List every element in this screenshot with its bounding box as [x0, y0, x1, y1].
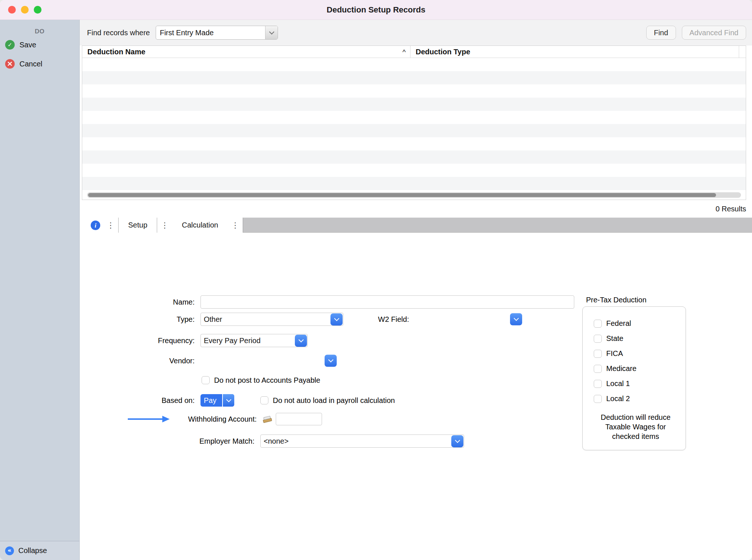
- checkbox-local-1[interactable]: [594, 380, 602, 388]
- cancel-label: Cancel: [19, 60, 42, 68]
- horizontal-scrollbar-thumb[interactable]: [88, 193, 716, 197]
- find-field-selector[interactable]: First Entry Made: [156, 26, 278, 40]
- tab-setup-label: Setup: [128, 221, 147, 229]
- based-on-select[interactable]: Pay: [200, 394, 234, 407]
- based-on-dropdown-button[interactable]: [222, 394, 234, 407]
- checkbox-federal[interactable]: [594, 320, 602, 328]
- withholding-account-label: Withholding Account:: [80, 415, 257, 423]
- save-label: Save: [19, 41, 36, 49]
- column-header-spare: [739, 46, 746, 58]
- employer-match-dropdown-button[interactable]: [451, 435, 463, 447]
- checkbox-local-2[interactable]: [594, 395, 602, 403]
- find-button[interactable]: Find: [646, 26, 676, 40]
- find-records-where-label: Find records where: [87, 29, 150, 37]
- frequency-select-value: Every Pay Period: [204, 337, 261, 345]
- zoom-button[interactable]: [34, 6, 41, 14]
- vendor-label: Vendor:: [80, 357, 195, 365]
- employer-match-select-value: <none>: [264, 437, 289, 446]
- ledger-books-icon[interactable]: [262, 415, 273, 423]
- setup-form: Name: Type: Other W2 Field:: [80, 233, 752, 560]
- do-not-post-ap-label: Do not post to Accounts Payable: [214, 376, 320, 385]
- horizontal-scrollbar[interactable]: [82, 190, 746, 200]
- results-count: 0 Results: [80, 200, 752, 218]
- chevron-down-icon: [298, 337, 303, 342]
- find-bar: Find records where First Entry Made Find…: [80, 20, 752, 46]
- column-header-deduction-name[interactable]: Deduction Name: [82, 46, 411, 58]
- tab-strip-filler: [243, 218, 752, 233]
- traffic-lights: [8, 0, 41, 19]
- do-not-auto-load-label: Do not auto load in payroll calculation: [273, 396, 395, 405]
- main-panel: Find records where First Entry Made Find…: [80, 20, 752, 560]
- employer-match-select[interactable]: <none>: [260, 434, 464, 448]
- tab-calculation-label: Calculation: [182, 221, 218, 229]
- horizontal-scrollbar-track[interactable]: [87, 192, 741, 198]
- drag-handle-icon: [157, 218, 172, 233]
- checkbox-do-not-auto-load[interactable]: [260, 396, 268, 404]
- pretax-note: Deduction will reduce Taxable Wages for …: [596, 412, 675, 441]
- deduction-type-header-label: Deduction Type: [416, 48, 470, 56]
- sidebar-item-save[interactable]: Save: [0, 35, 79, 54]
- chevron-down-icon: [513, 316, 518, 321]
- sidebar-header: DO: [0, 28, 79, 35]
- chevron-down-icon: [269, 29, 274, 34]
- checkbox-do-not-post-ap[interactable]: [202, 376, 210, 384]
- withholding-account-input[interactable]: [276, 413, 322, 425]
- employer-match-label: Employer Match:: [80, 437, 254, 446]
- frequency-select[interactable]: Every Pay Period: [200, 334, 308, 347]
- app-window: Deduction Setup Records DO Save Cancel C…: [0, 0, 752, 560]
- results-table: Deduction Name Deduction Type: [82, 46, 746, 200]
- find-field-dropdown-button[interactable]: [265, 26, 278, 39]
- info-button[interactable]: [80, 218, 103, 233]
- pretax-title: Pre-Tax Deduction: [586, 296, 647, 304]
- collapse-label: Collapse: [18, 546, 47, 555]
- table-body-empty: [82, 58, 746, 190]
- type-select-value: Other: [204, 315, 222, 324]
- tab-strip: Setup Calculation: [80, 218, 752, 233]
- minimize-button[interactable]: [21, 6, 29, 14]
- checkbox-medicare[interactable]: [594, 365, 602, 373]
- frequency-label: Frequency:: [80, 337, 195, 345]
- w2-field-dropdown-button[interactable]: [510, 313, 522, 326]
- collapse-button[interactable]: Collapse: [0, 541, 79, 560]
- column-header-deduction-type[interactable]: Deduction Type: [411, 46, 739, 58]
- close-button[interactable]: [8, 6, 16, 14]
- find-field-value: First Entry Made: [160, 29, 214, 37]
- chevron-down-icon: [328, 357, 333, 362]
- save-check-icon: [5, 40, 15, 50]
- local-1-label: Local 1: [606, 379, 630, 388]
- collapse-chevrons-icon: [5, 546, 14, 555]
- w2-field-label: W2 Field:: [337, 315, 409, 324]
- based-on-label: Based on:: [80, 396, 195, 405]
- advanced-find-button[interactable]: Advanced Find: [682, 26, 746, 40]
- name-label: Name:: [80, 298, 195, 306]
- state-label: State: [606, 334, 623, 343]
- sidebar-item-cancel[interactable]: Cancel: [0, 54, 79, 73]
- drag-handle-icon: [103, 218, 118, 233]
- tab-calculation[interactable]: Calculation: [172, 218, 228, 233]
- chevron-down-icon: [455, 438, 460, 443]
- type-select[interactable]: Other: [200, 313, 343, 326]
- based-on-select-value: Pay: [200, 394, 222, 407]
- local-2-label: Local 2: [606, 394, 630, 403]
- medicare-label: Medicare: [606, 364, 636, 373]
- name-input[interactable]: [200, 295, 574, 309]
- chevron-down-icon: [226, 397, 231, 402]
- sidebar: DO Save Cancel Collapse: [0, 20, 80, 560]
- checkbox-fica[interactable]: [594, 350, 602, 358]
- tab-setup[interactable]: Setup: [118, 218, 157, 233]
- info-icon: [91, 221, 100, 230]
- federal-label: Federal: [606, 319, 631, 328]
- fica-label: FICA: [606, 349, 623, 358]
- window-title: Deduction Setup Records: [327, 5, 426, 15]
- deduction-name-header-label: Deduction Name: [87, 48, 145, 56]
- pretax-panel: Federal State FICA Medicare: [582, 306, 686, 450]
- sort-ascending-icon: [402, 48, 406, 56]
- frequency-select-dropdown-button[interactable]: [295, 335, 307, 347]
- drag-handle-icon: [228, 218, 243, 233]
- vendor-dropdown-button[interactable]: [325, 355, 337, 367]
- title-bar: Deduction Setup Records: [0, 0, 752, 20]
- cancel-x-icon: [5, 59, 15, 69]
- type-label: Type:: [80, 315, 195, 324]
- table-header: Deduction Name Deduction Type: [82, 46, 746, 58]
- checkbox-state[interactable]: [594, 335, 602, 343]
